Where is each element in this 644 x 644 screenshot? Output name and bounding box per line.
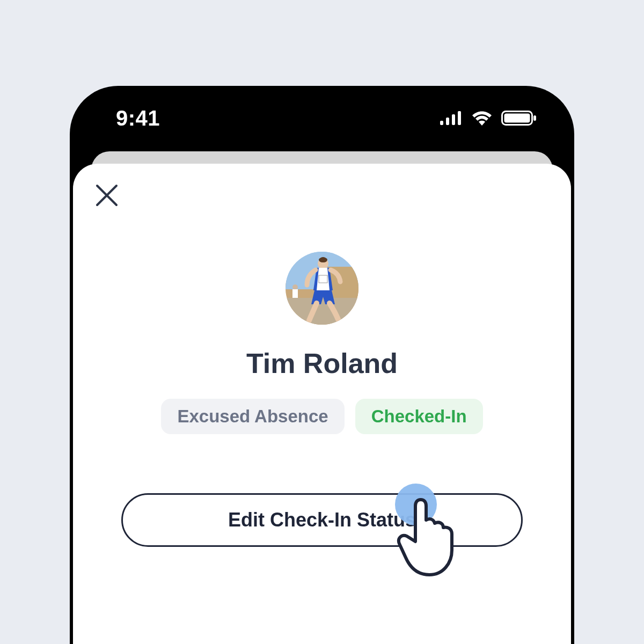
wifi-icon [471,111,493,126]
cellular-icon [440,111,463,125]
svg-rect-2 [452,114,455,125]
status-badges: Excused Absence Checked-In [94,399,550,434]
badge-excused-absence: Excused Absence [161,399,344,434]
close-button[interactable] [92,181,121,210]
phone-frame: 9:41 [70,86,574,644]
status-icons [440,111,537,126]
status-bar: 9:41 [70,86,574,150]
svg-rect-3 [458,111,461,125]
svg-rect-11 [286,298,358,325]
avatar [286,252,358,325]
svg-rect-1 [446,118,449,125]
close-icon [95,184,119,207]
edit-checkin-button[interactable]: Edit Check-In Status [121,493,523,547]
profile-sheet: Tim Roland Excused Absence Checked-In Ed… [73,164,571,644]
svg-rect-13 [319,275,327,283]
status-time: 9:41 [116,106,160,130]
svg-rect-0 [440,121,443,125]
svg-point-14 [292,284,298,290]
battery-icon [501,111,537,126]
badge-checked-in: Checked-In [355,399,483,434]
profile-name: Tim Roland [94,347,550,379]
edit-checkin-label: Edit Check-In Status [228,509,416,531]
svg-rect-6 [533,115,536,121]
svg-rect-5 [504,114,530,123]
avatar-illustration [286,252,358,325]
svg-rect-15 [292,289,298,298]
